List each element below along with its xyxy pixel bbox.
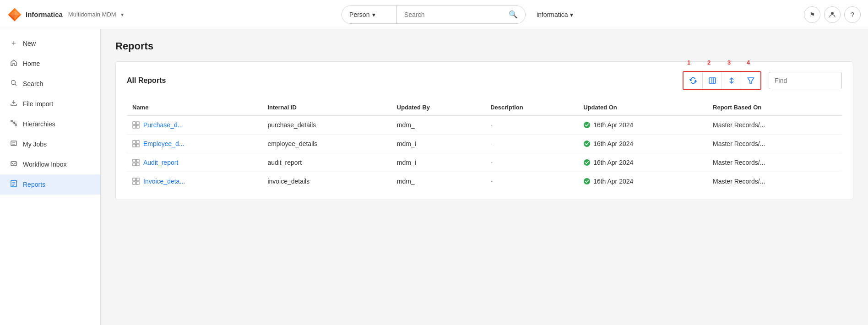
tenant-selector[interactable]: informatica ▾ — [531, 11, 578, 18]
svg-rect-42 — [133, 182, 136, 184]
svg-line-6 — [15, 84, 17, 86]
columns-icon — [708, 76, 716, 85]
filter-icon — [747, 76, 755, 85]
cell-internal-id-0: purchase_details — [262, 116, 391, 135]
sidebar-item-workflow-inbox[interactable]: Workflow Inbox — [0, 154, 100, 174]
main-content: Reports All Reports 1 2 3 4 — [101, 29, 868, 325]
annotation-3: 3 — [727, 59, 731, 66]
svg-rect-41 — [136, 178, 139, 181]
check-circle-icon — [583, 159, 591, 166]
app-name: Informatica — [26, 11, 63, 18]
entity-type-label: Person — [349, 11, 369, 18]
search-input-wrap: 🔍 — [397, 6, 525, 23]
cell-updated-on-1: 16th Apr 2024 — [578, 135, 707, 153]
svg-rect-32 — [133, 144, 136, 147]
cell-internal-id-2: audit_report — [262, 153, 391, 172]
cell-description-2: - — [485, 153, 578, 172]
col-report-based-on: Report Based On — [707, 99, 842, 116]
sidebar-item-hierarchies[interactable]: Hierarchies — [0, 114, 100, 134]
cell-report-based-on-0: Master Records/... — [707, 116, 842, 135]
user-button[interactable] — [824, 6, 841, 23]
report-name-link-0[interactable]: Purchase_d... — [143, 121, 183, 129]
search-icon: 🔍 — [509, 10, 518, 19]
cell-updated-by-3: mdm_ — [391, 172, 485, 191]
sidebar-label-hierarchies: Hierarchies — [23, 120, 55, 128]
report-name-link-2[interactable]: Audit_report — [143, 159, 178, 166]
new-icon: ＋ — [9, 38, 18, 48]
svg-rect-7 — [11, 120, 12, 122]
svg-rect-28 — [136, 125, 139, 128]
reports-toolbar: 1 2 3 4 — [683, 71, 842, 90]
filter-button[interactable] — [741, 72, 760, 89]
columns-button[interactable] — [703, 72, 722, 89]
report-name-link-1[interactable]: Employee_d... — [143, 140, 184, 147]
sidebar-item-home[interactable]: Home — [0, 54, 100, 74]
user-icon — [829, 11, 836, 18]
svg-marker-24 — [748, 78, 754, 83]
cell-internal-id-1: employee_details — [262, 135, 391, 153]
check-circle-icon — [583, 178, 591, 185]
help-button[interactable]: ? — [844, 6, 861, 23]
sidebar-item-file-import[interactable]: File Import — [0, 94, 100, 114]
svg-rect-30 — [133, 141, 136, 143]
svg-point-39 — [584, 159, 590, 166]
find-input[interactable] — [769, 72, 842, 89]
sidebar-item-new[interactable]: ＋ New — [0, 33, 100, 54]
sidebar-item-reports[interactable]: Reports — [0, 174, 100, 195]
sidebar-label-workflow-inbox: Workflow Inbox — [23, 161, 66, 168]
sort-button[interactable] — [722, 72, 741, 89]
cell-report-based-on-2: Master Records/... — [707, 153, 842, 172]
table-row: Audit_report audit_report mdm_i - 16th A… — [127, 153, 842, 172]
product-name: Multidomain MDM — [68, 11, 116, 18]
table-grid-icon — [132, 140, 140, 147]
svg-rect-27 — [133, 125, 136, 128]
svg-rect-43 — [136, 182, 139, 184]
entity-type-selector[interactable]: Person ▾ — [342, 6, 397, 23]
flag-button[interactable]: ⚑ — [804, 6, 820, 23]
sidebar: ＋ New Home Search File Import Hierarch — [0, 29, 101, 325]
main-layout: ＋ New Home Search File Import Hierarch — [0, 29, 868, 325]
sidebar-label-search: Search — [23, 80, 43, 87]
cell-name-2: Audit_report — [127, 153, 262, 172]
cell-updated-on-0: 16th Apr 2024 — [578, 116, 707, 135]
table-row: Invoice_deta... invoice_details mdm_ - 1… — [127, 172, 842, 191]
cell-updated-on-2: 16th Apr 2024 — [578, 153, 707, 172]
annotation-1: 1 — [687, 59, 690, 66]
annotation-2: 2 — [707, 59, 711, 66]
refresh-button[interactable] — [684, 72, 703, 89]
svg-rect-33 — [136, 144, 139, 147]
workflow-inbox-icon — [9, 160, 18, 169]
svg-point-29 — [584, 122, 590, 128]
svg-rect-35 — [133, 159, 136, 162]
report-name-link-3[interactable]: Invoice_deta... — [143, 178, 185, 185]
header-right-actions: ⚑ ? — [804, 6, 861, 23]
home-icon — [9, 59, 18, 68]
cell-report-based-on-1: Master Records/... — [707, 135, 842, 153]
action-buttons-group: 1 2 3 4 — [683, 71, 761, 90]
reports-icon — [9, 180, 18, 189]
header-search-area: Person ▾ 🔍 informatica ▾ — [124, 5, 797, 24]
col-internal-id: Internal ID — [262, 99, 391, 116]
svg-point-34 — [584, 141, 590, 147]
svg-rect-31 — [136, 141, 139, 143]
svg-point-44 — [584, 178, 590, 184]
svg-rect-15 — [11, 162, 16, 166]
reports-table: Name Internal ID Updated By Description … — [127, 99, 842, 190]
table-grid-icon — [132, 159, 140, 166]
svg-rect-26 — [136, 122, 139, 125]
sidebar-item-my-jobs[interactable]: My Jobs — [0, 134, 100, 154]
cell-description-1: - — [485, 135, 578, 153]
col-description: Description — [485, 99, 578, 116]
tenant-name: informatica — [537, 11, 568, 18]
cell-name-3: Invoice_deta... — [127, 172, 262, 191]
sidebar-item-search[interactable]: Search — [0, 74, 100, 94]
svg-rect-36 — [136, 159, 139, 162]
svg-rect-12 — [11, 141, 16, 146]
reports-card-header: All Reports 1 2 3 4 — [127, 71, 842, 90]
logo-area: Informatica Multidomain MDM ▾ — [7, 7, 124, 22]
tenant-arrow: ▾ — [570, 11, 573, 18]
global-search-input[interactable] — [404, 11, 505, 18]
svg-point-4 — [831, 12, 834, 15]
svg-rect-37 — [133, 163, 136, 166]
col-updated-by: Updated By — [391, 99, 485, 116]
